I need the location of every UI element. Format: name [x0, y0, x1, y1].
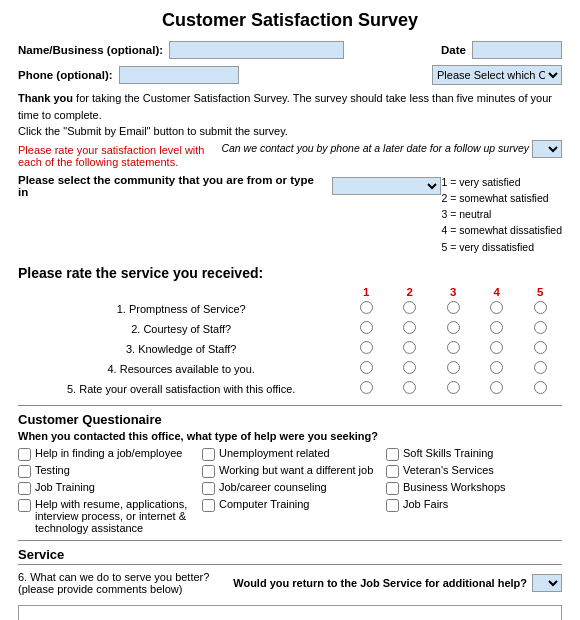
- checkboxes-grid: Help in finding a job/employeeUnemployme…: [18, 447, 562, 534]
- community-label: Please select the community that you are…: [18, 174, 324, 198]
- thank-you-text: for taking the Customer Satisfaction Sur…: [18, 92, 552, 121]
- divider-1: [18, 405, 562, 406]
- service-return-label: Would you return to the Job Service for …: [233, 577, 527, 589]
- checkbox-label-0: Help in finding a job/employee: [35, 447, 182, 459]
- rating-table: 1 2 3 4 5 1. Promptness of Service?2. Co…: [18, 285, 562, 399]
- radio-q2-1[interactable]: [360, 321, 373, 334]
- checkbox-label-10: Business Workshops: [403, 481, 506, 493]
- checkbox-label-6: Job/career counseling: [219, 481, 327, 493]
- checkbox-label-9: Veteran's Services: [403, 464, 494, 476]
- checkbox-label-11: Job Fairs: [403, 498, 448, 510]
- checkbox-6[interactable]: [202, 482, 215, 495]
- legend-item-1: 1 = very satisfied: [441, 174, 562, 190]
- radio-q5-3[interactable]: [447, 381, 460, 394]
- radio-q4-5[interactable]: [534, 361, 547, 374]
- radio-q3-3[interactable]: [447, 341, 460, 354]
- checkbox-label-7: Computer Training: [219, 498, 310, 510]
- checkbox-item-8: Soft Skills Training: [386, 447, 562, 461]
- rating-question-2: 2. Courtesy of Staff?: [18, 319, 344, 339]
- radio-q1-1[interactable]: [360, 301, 373, 314]
- survey-title: Customer Satisfaction Survey: [18, 10, 562, 31]
- checkbox-9[interactable]: [386, 465, 399, 478]
- thank-you-bold: Thank you: [18, 92, 73, 104]
- radio-q4-1[interactable]: [360, 361, 373, 374]
- radio-q1-3[interactable]: [447, 301, 460, 314]
- radio-q3-2[interactable]: [403, 341, 416, 354]
- rating-question-1: 1. Promptness of Service?: [18, 299, 344, 319]
- radio-q1-5[interactable]: [534, 301, 547, 314]
- checkbox-0[interactable]: [18, 448, 31, 461]
- radio-q1-2[interactable]: [403, 301, 416, 314]
- radio-q1-4[interactable]: [490, 301, 503, 314]
- radio-q4-3[interactable]: [447, 361, 460, 374]
- checkbox-label-5: Working but want a different job: [219, 464, 373, 476]
- rating-question-3: 3. Knowledge of Staff?: [18, 339, 344, 359]
- radio-q4-4[interactable]: [490, 361, 503, 374]
- legend-item-5: 5 = very dissatisfied: [441, 239, 562, 255]
- comment-box[interactable]: [18, 605, 562, 620]
- radio-q3-1[interactable]: [360, 341, 373, 354]
- checkbox-2[interactable]: [18, 482, 31, 495]
- office-select[interactable]: Please Select which Office: [432, 65, 562, 85]
- checkbox-item-11: Job Fairs: [386, 498, 562, 534]
- checkbox-5[interactable]: [202, 465, 215, 478]
- radio-q2-3[interactable]: [447, 321, 460, 334]
- checkbox-7[interactable]: [202, 499, 215, 512]
- radio-q5-2[interactable]: [403, 381, 416, 394]
- radio-q2-2[interactable]: [403, 321, 416, 334]
- phone-office-row: Phone (optional): Please Select which Of…: [18, 65, 562, 85]
- radio-q2-4[interactable]: [490, 321, 503, 334]
- community-select[interactable]: [332, 177, 441, 195]
- divider-2: [18, 540, 562, 541]
- checkbox-label-1: Testing: [35, 464, 70, 476]
- legend: 1 = very satisfied 2 = somewhat satisfie…: [441, 174, 562, 255]
- phone-label: Phone (optional):: [18, 69, 113, 81]
- rating-heading: Please rate the service you received:: [18, 265, 562, 281]
- col-4: 4: [475, 285, 519, 299]
- checkbox-item-1: Testing: [18, 464, 194, 478]
- radio-q5-5[interactable]: [534, 381, 547, 394]
- service-section: Service 6. What can we do to serve you b…: [18, 547, 562, 620]
- checkbox-item-6: Job/career counseling: [202, 481, 378, 495]
- checkbox-item-9: Veteran's Services: [386, 464, 562, 478]
- checkbox-item-0: Help in finding a job/employee: [18, 447, 194, 461]
- checkbox-item-5: Working but want a different job: [202, 464, 378, 478]
- checkbox-item-3: Help with resume, applications, intervie…: [18, 498, 194, 534]
- legend-item-2: 2 = somewhat satisfied: [441, 190, 562, 206]
- checkbox-item-4: Unemployment related: [202, 447, 378, 461]
- radio-q3-5[interactable]: [534, 341, 547, 354]
- radio-q5-1[interactable]: [360, 381, 373, 394]
- legend-item-4: 4 = somewhat dissatisfied: [441, 222, 562, 238]
- service-return-select[interactable]: Yes No: [532, 574, 562, 592]
- thank-you-section: Thank you for taking the Customer Satisf…: [18, 90, 562, 140]
- col-3: 3: [431, 285, 475, 299]
- radio-q5-4[interactable]: [490, 381, 503, 394]
- checkbox-label-8: Soft Skills Training: [403, 447, 493, 459]
- checkbox-4[interactable]: [202, 448, 215, 461]
- click-note: Click the "Submit by Email" button to su…: [18, 125, 288, 137]
- radio-q2-5[interactable]: [534, 321, 547, 334]
- checkbox-item-2: Job Training: [18, 481, 194, 495]
- checkbox-11[interactable]: [386, 499, 399, 512]
- checkbox-item-7: Computer Training: [202, 498, 378, 534]
- checkbox-item-10: Business Workshops: [386, 481, 562, 495]
- checkbox-8[interactable]: [386, 448, 399, 461]
- col-1: 1: [344, 285, 388, 299]
- service-q-row: 6. What can we do to serve you better? (…: [18, 571, 562, 595]
- radio-q3-4[interactable]: [490, 341, 503, 354]
- checkbox-label-4: Unemployment related: [219, 447, 330, 459]
- radio-q4-2[interactable]: [403, 361, 416, 374]
- contact-select[interactable]: Yes No: [532, 140, 562, 158]
- rating-question-5: 5. Rate your overall satisfaction with t…: [18, 379, 344, 399]
- checkbox-10[interactable]: [386, 482, 399, 495]
- col-5: 5: [518, 285, 562, 299]
- col-2: 2: [388, 285, 432, 299]
- community-row: Please select the community that you are…: [18, 174, 441, 198]
- name-input[interactable]: [169, 41, 344, 59]
- date-input[interactable]: [472, 41, 562, 59]
- contact-note: Can we contact you by phone at a later d…: [221, 141, 529, 157]
- questionnaire-subtext: When you contacted this office, what typ…: [18, 430, 562, 442]
- phone-input[interactable]: [119, 66, 239, 84]
- checkbox-1[interactable]: [18, 465, 31, 478]
- checkbox-3[interactable]: [18, 499, 31, 512]
